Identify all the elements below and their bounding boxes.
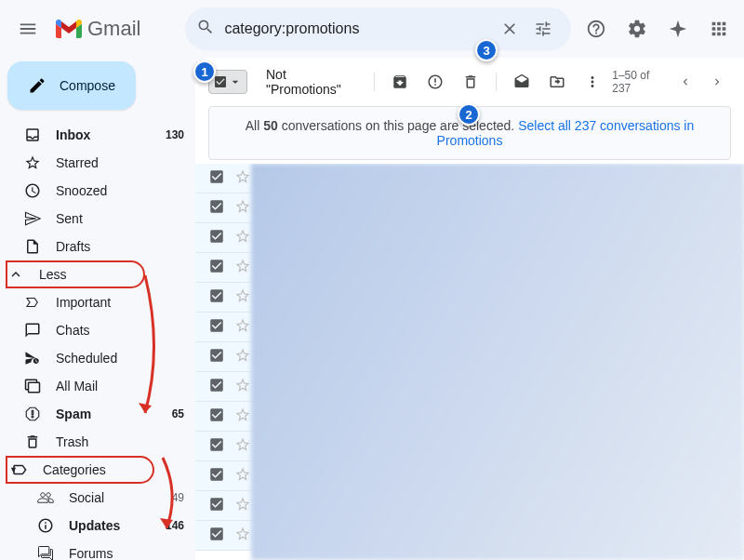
pagination: 1–50 of 237 (612, 67, 731, 97)
search-bar (185, 7, 571, 50)
stacked-mail-icon (24, 378, 41, 394)
sidebar-item-label: Drafts (56, 239, 184, 254)
toolbar: Not "Promotions" 1–50 of 237 (195, 58, 744, 106)
star-icon[interactable] (234, 436, 251, 457)
sidebar-item-spam[interactable]: Spam 65 (7, 400, 195, 428)
chevron-up-icon (7, 266, 24, 283)
forum-icon (37, 545, 54, 560)
sidebar-item-label: Forums (69, 546, 184, 560)
sidebar-item-scheduled[interactable]: Scheduled (7, 344, 195, 372)
gemini-button[interactable] (660, 11, 696, 47)
chat-icon (24, 322, 41, 339)
sidebar-item-label: Less (39, 267, 132, 282)
checkbox-checked-icon[interactable] (208, 228, 225, 248)
checkbox-checked-icon[interactable] (208, 258, 225, 278)
search-input[interactable] (215, 20, 493, 37)
search-options-button[interactable] (526, 12, 560, 46)
sidebar-item-forums[interactable]: Forums (7, 540, 195, 560)
gmail-logo[interactable]: Gmail (56, 17, 140, 41)
checkbox-checked-icon[interactable] (208, 347, 225, 367)
sidebar-item-count: 130 (166, 128, 184, 141)
sidebar-item-less[interactable]: Less (6, 260, 145, 288)
checkbox-checked-icon[interactable] (208, 407, 225, 427)
star-icon[interactable] (234, 407, 251, 427)
clock-icon (24, 182, 41, 199)
star-icon[interactable] (234, 466, 251, 487)
sidebar-item-count: 49 (172, 491, 184, 504)
star-icon[interactable] (234, 287, 251, 308)
sidebar-item-label: Chats (56, 323, 184, 338)
mail-list (195, 164, 744, 560)
checkbox-checked-icon[interactable] (208, 377, 225, 397)
sidebar-item-categories[interactable]: ▼ Categories (6, 456, 154, 484)
send-icon (24, 210, 41, 227)
checkbox-checked-icon[interactable] (208, 526, 225, 546)
file-icon (24, 238, 41, 255)
sidebar-item-inbox[interactable]: Inbox 130 (7, 121, 195, 149)
checkbox-checked-icon[interactable] (208, 496, 225, 516)
checkbox-checked-icon[interactable] (208, 436, 225, 457)
sidebar-item-label: Categories (43, 462, 141, 477)
sidebar-item-trash[interactable]: Trash (7, 428, 195, 456)
star-icon[interactable] (234, 317, 251, 338)
inbox-icon (24, 127, 41, 143)
not-promotions-button[interactable]: Not "Promotions" (260, 67, 365, 97)
archive-button[interactable] (384, 65, 416, 99)
report-spam-button[interactable] (419, 65, 451, 99)
prev-page-button[interactable] (671, 67, 699, 97)
checkbox-checked-icon (213, 74, 228, 89)
checkbox-checked-icon[interactable] (208, 168, 225, 189)
star-icon[interactable] (234, 526, 251, 546)
banner-mid: conversations on this page are selected. (278, 118, 518, 133)
sidebar-item-label: Snoozed (56, 183, 184, 198)
sidebar-item-label: All Mail (56, 379, 184, 393)
pagination-text: 1–50 of 237 (612, 69, 668, 95)
move-to-button[interactable] (541, 65, 573, 99)
banner-count: 50 (263, 118, 278, 133)
star-icon[interactable] (234, 496, 251, 516)
sidebar-item-label: Social (69, 490, 172, 505)
sidebar-item-important[interactable]: Important (7, 288, 195, 316)
sidebar-item-label: Sent (56, 211, 184, 226)
checkbox-checked-icon[interactable] (208, 317, 225, 338)
star-icon[interactable] (234, 198, 251, 219)
checkbox-checked-icon[interactable] (208, 466, 225, 487)
clear-search-button[interactable] (493, 12, 526, 46)
support-button[interactable] (578, 11, 614, 47)
annotation-3: 3 (475, 39, 498, 61)
sidebar-item-label: Inbox (56, 127, 166, 142)
star-icon[interactable] (234, 347, 251, 367)
sidebar-item-social[interactable]: Social 49 (7, 484, 195, 512)
next-page-button[interactable] (703, 67, 731, 97)
sidebar-item-sent[interactable]: Sent (7, 205, 195, 233)
gmail-logo-icon (56, 20, 82, 38)
mark-read-button[interactable] (506, 65, 538, 99)
sidebar-item-chats[interactable]: Chats (7, 316, 195, 344)
sidebar-item-label: Updates (69, 518, 166, 533)
delete-button[interactable] (455, 65, 486, 99)
hamburger-icon (18, 19, 38, 39)
sidebar-item-allmail[interactable]: All Mail (7, 372, 195, 400)
more-button[interactable] (577, 65, 608, 99)
main-menu-button[interactable] (7, 8, 48, 49)
annotation-2: 2 (458, 103, 480, 126)
star-icon (24, 154, 41, 171)
settings-button[interactable] (619, 11, 655, 47)
star-icon[interactable] (234, 258, 251, 278)
compose-button[interactable]: Compose (7, 61, 136, 110)
apps-button[interactable] (701, 11, 737, 47)
star-icon[interactable] (234, 168, 251, 189)
sidebar-item-drafts[interactable]: Drafts (7, 233, 195, 260)
caret-down-icon: ▼ (9, 465, 18, 474)
star-icon[interactable] (234, 377, 251, 397)
sidebar-item-updates[interactable]: Updates 146 (7, 512, 195, 540)
sidebar-item-label: Spam (56, 407, 172, 421)
info-icon (37, 517, 54, 534)
trash-icon (24, 433, 41, 450)
sidebar-item-snoozed[interactable]: Snoozed (7, 177, 195, 205)
important-icon (24, 294, 41, 311)
checkbox-checked-icon[interactable] (208, 198, 225, 219)
star-icon[interactable] (234, 228, 251, 248)
sidebar-item-starred[interactable]: Starred (7, 149, 195, 177)
checkbox-checked-icon[interactable] (208, 287, 225, 308)
